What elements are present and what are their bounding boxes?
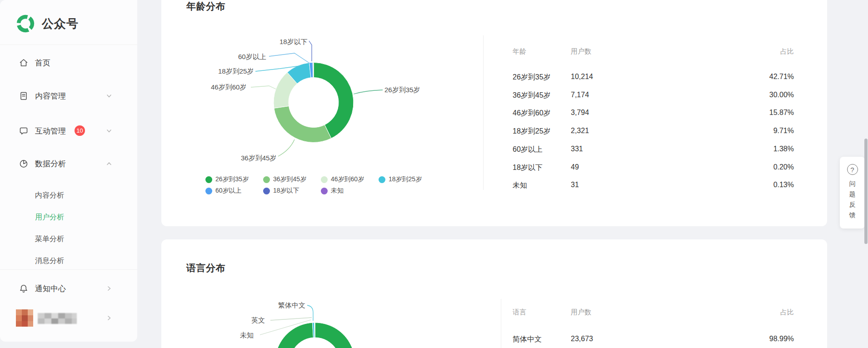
sidebar-item-label: 数据分析 xyxy=(35,159,66,169)
divider xyxy=(483,35,484,190)
sidebar: 公众号 首页 内容管理 互动管理 10 xyxy=(0,0,137,342)
legend-dot xyxy=(205,188,212,194)
sidebar-item-home[interactable]: 首页 xyxy=(0,54,137,72)
col-header-users: 用户数 xyxy=(571,47,591,56)
home-icon xyxy=(19,58,29,68)
official-account-logo-icon xyxy=(15,14,35,34)
table-row: 36岁到45岁7,17430.00% xyxy=(513,91,794,101)
age-card-title: 年龄分布 xyxy=(186,0,225,13)
chevron-right-icon xyxy=(106,315,112,321)
sidebar-subitem-message-analysis[interactable]: 消息分析 xyxy=(35,255,108,267)
language-donut-segments xyxy=(275,323,355,348)
leader-line-english xyxy=(270,318,312,320)
age-table-header: 年龄 用户数 占比 xyxy=(513,47,794,57)
legend-dot xyxy=(263,188,270,194)
legend-dot xyxy=(205,176,212,183)
chart-label-over60: 60岁以上 xyxy=(238,53,266,61)
table-row: 18岁到25岁2,3219.71% xyxy=(513,127,794,137)
legend-item[interactable]: 36岁到45岁 xyxy=(263,175,321,184)
chevron-right-icon xyxy=(106,285,112,292)
sidebar-item-label: 互动管理 xyxy=(35,126,66,136)
col-header-percent: 占比 xyxy=(780,308,794,317)
sidebar-account-row[interactable] xyxy=(0,308,137,328)
subitem-label: 用户分析 xyxy=(35,213,64,222)
chart-label-46-60: 46岁到60岁 xyxy=(211,83,246,92)
feedback-widget[interactable]: ? 问题反馈 xyxy=(840,157,865,229)
col-header-percent: 占比 xyxy=(780,47,794,56)
sidebar-subitem-menu-analysis[interactable]: 菜单分析 xyxy=(35,233,108,245)
donut-segment[interactable] xyxy=(274,106,331,142)
age-donut-segments xyxy=(274,63,354,143)
pie-chart-icon xyxy=(19,159,29,169)
app: 公众号 首页 内容管理 互动管理 10 xyxy=(0,0,868,348)
chart-label-36-45: 36岁到45岁 xyxy=(241,154,276,163)
bell-icon xyxy=(19,283,29,293)
language-table: 语言 用户数 占比 简体中文23,67398.99% xyxy=(513,308,794,348)
table-row: 46岁到60岁3,79415.87% xyxy=(513,109,794,119)
leader-line-46-60 xyxy=(251,86,276,89)
subitem-label: 内容分析 xyxy=(35,191,64,200)
age-chart-legend: 26岁到35岁36岁到45岁46岁到60岁18岁到25岁60岁以上18岁以下未知 xyxy=(205,175,436,195)
legend-item[interactable]: 26岁到35岁 xyxy=(205,175,263,184)
sidebar-item-content-mgmt[interactable]: 内容管理 xyxy=(0,87,137,105)
feedback-label: 问题反馈 xyxy=(849,179,856,220)
sidebar-item-label: 内容管理 xyxy=(35,91,66,101)
sidebar-subitem-content-analysis[interactable]: 内容分析 xyxy=(35,189,108,201)
chart-label-under18: 18岁以下 xyxy=(279,38,308,46)
logo-text: 公众号 xyxy=(42,16,79,32)
account-avatar-pixelated xyxy=(16,309,33,327)
leader-line-26-35 xyxy=(354,90,383,94)
logo: 公众号 xyxy=(15,14,79,34)
legend-item[interactable]: 60岁以上 xyxy=(205,187,263,195)
document-icon xyxy=(19,91,29,101)
chart-label-18-25: 18岁到25岁 xyxy=(218,67,254,76)
scrollbar-thumb[interactable] xyxy=(864,139,868,244)
leader-line-traditional xyxy=(307,305,313,321)
legend-item[interactable]: 未知 xyxy=(321,187,379,195)
table-row: 26岁到35岁10,21442.71% xyxy=(513,73,794,83)
notification-badge: 10 xyxy=(75,125,85,136)
donut-segment[interactable] xyxy=(313,63,314,78)
legend-dot xyxy=(321,176,328,183)
chart-label-traditional: 繁体中文 xyxy=(278,301,305,310)
table-row: 简体中文23,67398.99% xyxy=(513,335,794,345)
chevron-up-icon xyxy=(106,160,112,167)
col-header-language: 语言 xyxy=(513,308,526,317)
divider xyxy=(0,269,137,270)
age-donut-chart[interactable] xyxy=(191,25,432,168)
leader-line-under18 xyxy=(309,41,312,61)
leader-line-over60 xyxy=(269,53,309,63)
legend-dot xyxy=(379,176,385,183)
divider xyxy=(501,299,501,348)
question-mark-icon: ? xyxy=(847,164,858,175)
language-card-title: 语言分布 xyxy=(186,262,225,274)
table-row: 未知310.13% xyxy=(513,181,794,191)
legend-dot xyxy=(263,176,270,183)
chevron-down-icon xyxy=(106,128,112,134)
leader-line-36-45 xyxy=(278,139,294,156)
legend-item[interactable]: 18岁以下 xyxy=(263,187,321,195)
language-donut-chart[interactable] xyxy=(191,291,445,348)
language-table-header: 语言 用户数 占比 xyxy=(513,308,794,318)
chat-bubble-icon xyxy=(19,126,29,136)
chart-label-unknown: 未知 xyxy=(240,331,254,340)
subitem-label: 菜单分析 xyxy=(35,234,64,244)
col-header-users: 用户数 xyxy=(571,308,591,317)
col-header-age: 年龄 xyxy=(513,47,526,56)
sidebar-item-interaction-mgmt[interactable]: 互动管理 10 xyxy=(0,122,137,140)
legend-item[interactable]: 46岁到60岁 xyxy=(321,175,379,184)
sidebar-item-label: 通知中心 xyxy=(35,283,66,294)
table-row: 60岁以上3311.38% xyxy=(513,145,794,155)
chevron-down-icon xyxy=(106,93,112,99)
chart-label-english: 英文 xyxy=(251,316,265,325)
subitem-label: 消息分析 xyxy=(35,256,64,266)
account-name-blurred xyxy=(38,313,77,324)
sidebar-item-data-analysis[interactable]: 数据分析 xyxy=(0,154,137,173)
table-row: 18岁以下490.20% xyxy=(513,163,794,173)
sidebar-item-notification-center[interactable]: 通知中心 xyxy=(0,279,137,298)
sidebar-subitem-user-analysis[interactable]: 用户分析 xyxy=(35,211,108,223)
sidebar-item-label: 首页 xyxy=(35,58,50,68)
legend-item[interactable]: 18岁到25岁 xyxy=(379,175,436,184)
age-table: 年龄 用户数 占比 26岁到35岁10,21442.71%36岁到45岁7,17… xyxy=(513,44,794,194)
legend-dot xyxy=(321,188,328,194)
